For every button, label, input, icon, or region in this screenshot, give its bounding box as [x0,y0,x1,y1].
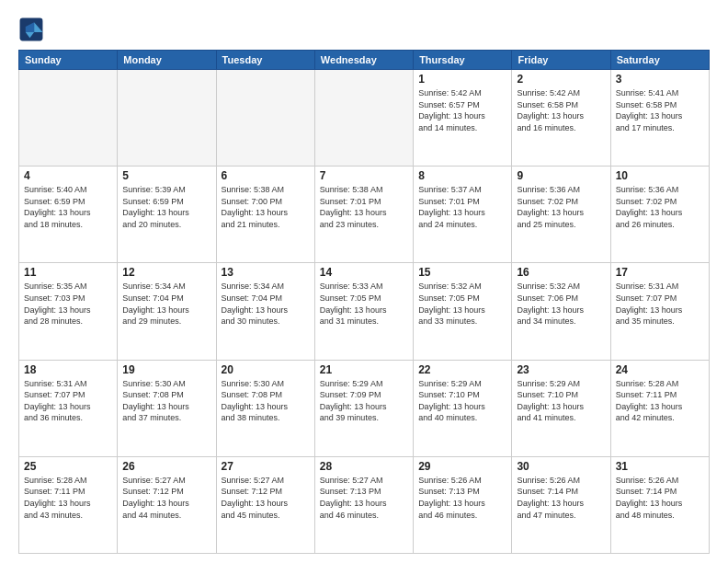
day-cell: 24Sunrise: 5:28 AM Sunset: 7:11 PM Dayli… [610,360,709,456]
day-number: 17 [616,266,704,279]
day-number: 29 [418,460,506,473]
day-number: 4 [24,169,112,182]
day-number: 16 [517,266,605,279]
day-cell: 15Sunrise: 5:32 AM Sunset: 7:05 PM Dayli… [414,263,512,360]
day-info: Sunrise: 5:28 AM Sunset: 7:11 PM Dayligh… [616,378,704,424]
day-info: Sunrise: 5:39 AM Sunset: 6:59 PM Dayligh… [122,184,210,230]
day-cell [118,70,216,167]
day-info: Sunrise: 5:40 AM Sunset: 6:59 PM Dayligh… [24,184,112,230]
day-info: Sunrise: 5:34 AM Sunset: 7:04 PM Dayligh… [122,281,210,327]
col-header-sunday: Sunday [19,51,118,70]
day-info: Sunrise: 5:36 AM Sunset: 7:02 PM Dayligh… [616,184,704,230]
col-header-saturday: Saturday [610,51,709,70]
day-info: Sunrise: 5:31 AM Sunset: 7:07 PM Dayligh… [24,378,112,424]
day-number: 1 [418,73,506,86]
day-info: Sunrise: 5:42 AM Sunset: 6:58 PM Dayligh… [517,87,605,133]
day-number: 27 [222,460,310,473]
day-cell [19,70,118,167]
day-cell [314,70,413,167]
day-cell: 5Sunrise: 5:39 AM Sunset: 6:59 PM Daylig… [118,167,216,263]
day-cell: 19Sunrise: 5:30 AM Sunset: 7:08 PM Dayli… [118,360,216,456]
day-info: Sunrise: 5:32 AM Sunset: 7:06 PM Dayligh… [517,281,605,327]
header [18,17,710,42]
day-cell: 8Sunrise: 5:37 AM Sunset: 7:01 PM Daylig… [414,167,512,263]
day-info: Sunrise: 5:30 AM Sunset: 7:08 PM Dayligh… [222,378,310,424]
day-cell: 4Sunrise: 5:40 AM Sunset: 6:59 PM Daylig… [19,167,118,263]
day-info: Sunrise: 5:36 AM Sunset: 7:02 PM Dayligh… [517,184,605,230]
day-number: 5 [122,169,210,182]
day-info: Sunrise: 5:26 AM Sunset: 7:14 PM Dayligh… [616,475,704,521]
day-cell: 18Sunrise: 5:31 AM Sunset: 7:07 PM Dayli… [19,360,118,456]
day-cell: 13Sunrise: 5:34 AM Sunset: 7:04 PM Dayli… [216,263,314,360]
col-header-thursday: Thursday [414,51,512,70]
day-info: Sunrise: 5:26 AM Sunset: 7:14 PM Dayligh… [517,475,605,521]
day-number: 9 [517,169,605,182]
day-number: 13 [222,266,310,279]
day-info: Sunrise: 5:28 AM Sunset: 7:11 PM Dayligh… [24,475,112,521]
day-cell: 27Sunrise: 5:27 AM Sunset: 7:12 PM Dayli… [216,456,314,553]
day-number: 19 [122,363,210,376]
day-number: 2 [517,73,605,86]
day-cell: 26Sunrise: 5:27 AM Sunset: 7:12 PM Dayli… [118,456,216,553]
day-number: 10 [616,169,704,182]
day-info: Sunrise: 5:29 AM Sunset: 7:10 PM Dayligh… [517,378,605,424]
day-number: 22 [418,363,506,376]
day-cell: 1Sunrise: 5:42 AM Sunset: 6:57 PM Daylig… [414,70,512,167]
page: SundayMondayTuesdayWednesdayThursdayFrid… [0,0,728,563]
day-number: 11 [24,266,112,279]
day-info: Sunrise: 5:27 AM Sunset: 7:12 PM Dayligh… [122,475,210,521]
day-cell: 16Sunrise: 5:32 AM Sunset: 7:06 PM Dayli… [512,263,610,360]
logo-icon [18,17,44,42]
day-number: 24 [616,363,704,376]
day-number: 12 [122,266,210,279]
day-cell: 2Sunrise: 5:42 AM Sunset: 6:58 PM Daylig… [512,70,610,167]
day-cell: 17Sunrise: 5:31 AM Sunset: 7:07 PM Dayli… [610,263,709,360]
day-info: Sunrise: 5:42 AM Sunset: 6:57 PM Dayligh… [418,87,506,133]
day-info: Sunrise: 5:29 AM Sunset: 7:10 PM Dayligh… [418,378,506,424]
day-cell: 30Sunrise: 5:26 AM Sunset: 7:14 PM Dayli… [512,456,610,553]
day-info: Sunrise: 5:37 AM Sunset: 7:01 PM Dayligh… [418,184,506,230]
day-number: 30 [517,460,605,473]
day-info: Sunrise: 5:31 AM Sunset: 7:07 PM Dayligh… [616,281,704,327]
week-row-4: 18Sunrise: 5:31 AM Sunset: 7:07 PM Dayli… [19,360,710,456]
day-cell: 22Sunrise: 5:29 AM Sunset: 7:10 PM Dayli… [414,360,512,456]
day-number: 26 [122,460,210,473]
day-info: Sunrise: 5:38 AM Sunset: 7:01 PM Dayligh… [320,184,408,230]
day-number: 14 [320,266,408,279]
day-number: 31 [616,460,704,473]
day-info: Sunrise: 5:34 AM Sunset: 7:04 PM Dayligh… [222,281,310,327]
day-info: Sunrise: 5:29 AM Sunset: 7:09 PM Dayligh… [320,378,408,424]
day-cell: 23Sunrise: 5:29 AM Sunset: 7:10 PM Dayli… [512,360,610,456]
day-cell: 6Sunrise: 5:38 AM Sunset: 7:00 PM Daylig… [216,167,314,263]
day-info: Sunrise: 5:27 AM Sunset: 7:12 PM Dayligh… [222,475,310,521]
day-cell: 20Sunrise: 5:30 AM Sunset: 7:08 PM Dayli… [216,360,314,456]
day-number: 23 [517,363,605,376]
day-cell: 14Sunrise: 5:33 AM Sunset: 7:05 PM Dayli… [314,263,413,360]
day-info: Sunrise: 5:33 AM Sunset: 7:05 PM Dayligh… [320,281,408,327]
day-cell: 7Sunrise: 5:38 AM Sunset: 7:01 PM Daylig… [314,167,413,263]
col-header-friday: Friday [512,51,610,70]
day-info: Sunrise: 5:32 AM Sunset: 7:05 PM Dayligh… [418,281,506,327]
col-header-monday: Monday [118,51,216,70]
calendar: SundayMondayTuesdayWednesdayThursdayFrid… [18,50,710,554]
day-number: 15 [418,266,506,279]
day-cell: 21Sunrise: 5:29 AM Sunset: 7:09 PM Dayli… [314,360,413,456]
day-number: 21 [320,363,408,376]
day-cell: 31Sunrise: 5:26 AM Sunset: 7:14 PM Dayli… [610,456,709,553]
day-info: Sunrise: 5:27 AM Sunset: 7:13 PM Dayligh… [320,475,408,521]
day-info: Sunrise: 5:30 AM Sunset: 7:08 PM Dayligh… [122,378,210,424]
week-row-1: 1Sunrise: 5:42 AM Sunset: 6:57 PM Daylig… [19,70,710,167]
day-number: 25 [24,460,112,473]
day-number: 20 [222,363,310,376]
col-header-tuesday: Tuesday [216,51,314,70]
col-header-wednesday: Wednesday [314,51,413,70]
day-cell: 29Sunrise: 5:26 AM Sunset: 7:13 PM Dayli… [414,456,512,553]
week-row-2: 4Sunrise: 5:40 AM Sunset: 6:59 PM Daylig… [19,167,710,263]
day-number: 7 [320,169,408,182]
day-info: Sunrise: 5:41 AM Sunset: 6:58 PM Dayligh… [616,87,704,133]
calendar-header-row: SundayMondayTuesdayWednesdayThursdayFrid… [19,51,710,70]
day-info: Sunrise: 5:26 AM Sunset: 7:13 PM Dayligh… [418,475,506,521]
day-cell: 9Sunrise: 5:36 AM Sunset: 7:02 PM Daylig… [512,167,610,263]
day-number: 28 [320,460,408,473]
day-cell [216,70,314,167]
